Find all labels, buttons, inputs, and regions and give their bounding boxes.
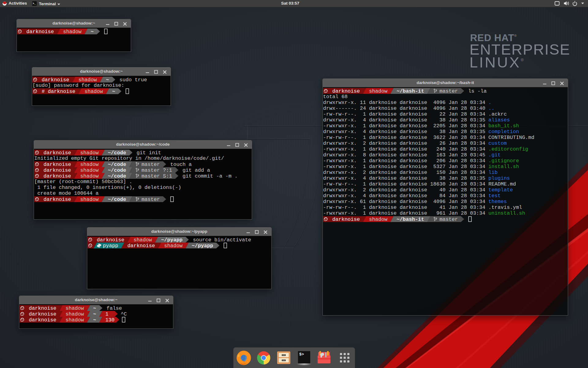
svg-text:>_: >_ [33,2,36,5]
svg-text:$>: $> [299,352,304,357]
